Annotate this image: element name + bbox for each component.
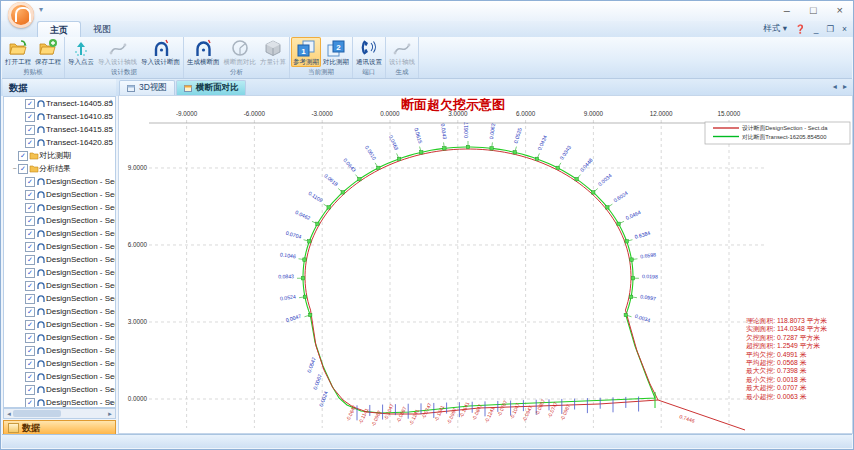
- tree-item-design[interactable]: ✓DesignSection - Sect: [4, 318, 115, 331]
- view-tab-3d-view[interactable]: 3D视图: [119, 80, 175, 96]
- open-project-icon: [8, 38, 28, 58]
- scroll-right-icon[interactable]: ►: [107, 411, 113, 417]
- tree-item-label: Transect-16410.85: [46, 112, 113, 121]
- tree-checkbox[interactable]: ✓: [25, 255, 35, 265]
- tree-checkbox[interactable]: ✓: [25, 125, 35, 135]
- tree-item-design[interactable]: ✓DesignSection - Sect: [4, 292, 115, 305]
- tree-item-design[interactable]: ✓DesignSection - Sect: [4, 266, 115, 279]
- ribbon-tab-1[interactable]: 主页: [37, 21, 81, 37]
- tunnel-section-button[interactable]: 生成横断面: [185, 37, 222, 67]
- plot-canvas[interactable]: -9.0000-6.0000-3.00000.00003.00006.00009…: [119, 96, 852, 433]
- floor-offset-label: -0.0647: [344, 404, 357, 422]
- tree-checkbox[interactable]: ✓: [25, 333, 35, 343]
- tab-scroll-arrows[interactable]: ◂ ▸: [833, 82, 849, 91]
- tree-checkbox[interactable]: ✓: [25, 190, 35, 200]
- tree-checkbox[interactable]: ✓: [25, 112, 35, 122]
- tree-checkbox[interactable]: ✓: [25, 372, 35, 382]
- tree-checkbox[interactable]: ✓: [25, 359, 35, 369]
- measured-point-marker: [630, 258, 633, 261]
- tree-checkbox[interactable]: ✓: [25, 229, 35, 239]
- phone-button[interactable]: 通讯设置: [354, 37, 384, 67]
- tree-scroll-up-icon[interactable]: ▲: [108, 98, 114, 104]
- tree-checkbox[interactable]: ✓: [25, 268, 35, 278]
- window-1-button[interactable]: 1参考测期: [291, 37, 321, 67]
- tree-checkbox[interactable]: ✓: [25, 320, 35, 330]
- import-point-cloud-icon: [71, 38, 91, 58]
- tree-item-design[interactable]: ✓DesignSection - Sect: [4, 175, 115, 188]
- ribbon-tab-2[interactable]: 视图: [81, 21, 123, 37]
- tree-checkbox[interactable]: ✓: [25, 99, 35, 109]
- tree-item-design[interactable]: ✓DesignSection - Sect: [4, 357, 115, 370]
- tree-item-design[interactable]: ✓DesignSection - Sect: [4, 240, 115, 253]
- tree-checkbox[interactable]: ✓: [25, 294, 35, 304]
- tree-item-design[interactable]: ✓DesignSection - Sect: [4, 214, 115, 227]
- perimeter-offset-label: 0.0610: [364, 144, 378, 161]
- ribbon-group-5: 通讯设置端口: [353, 37, 386, 78]
- perimeter-offset-label: 0.0343: [440, 123, 448, 140]
- tree-checkbox[interactable]: ✓: [18, 151, 28, 161]
- tree-checkbox[interactable]: ✓: [25, 281, 35, 291]
- mdi-restore-button[interactable]: ❐: [826, 24, 834, 34]
- compare-circle-icon: [230, 38, 250, 58]
- tree-expander-icon[interactable]: −: [11, 165, 18, 172]
- window-2-button[interactable]: 2对比测期: [321, 37, 351, 67]
- minimize-button[interactable]: –: [784, 4, 790, 16]
- tree-item-transect[interactable]: ✓Transect-16415.85: [4, 123, 115, 136]
- tree-item-design[interactable]: ✓DesignSection - Sect: [4, 396, 115, 408]
- floor-offset-label: -0.1047: [382, 403, 395, 421]
- maximize-button[interactable]: □: [810, 4, 817, 16]
- tree-item-transect[interactable]: ✓Transect-16410.85: [4, 110, 115, 123]
- tree-checkbox[interactable]: ✓: [25, 346, 35, 356]
- tree-checkbox[interactable]: ✓: [18, 164, 28, 174]
- y-axis-tick-label: 6.0000: [128, 241, 148, 248]
- tree-item-design[interactable]: ✓DesignSection - Sect: [4, 344, 115, 357]
- app-logo[interactable]: [8, 2, 34, 28]
- tree-item-design[interactable]: ✓DesignSection - Sect: [4, 383, 115, 396]
- tree-item-transect[interactable]: ✓Transect-16405.85: [4, 97, 115, 110]
- tree-horizontal-scrollbar[interactable]: ◄ ►: [3, 408, 116, 419]
- design-axis-button[interactable]: 设计轴线: [387, 37, 417, 67]
- tree-item-design[interactable]: ✓DesignSection - Sect: [4, 253, 115, 266]
- tree-item-design[interactable]: ✓DesignSection - Sect: [4, 305, 115, 318]
- open-project-button[interactable]: 打开工程: [3, 37, 33, 67]
- close-button[interactable]: ×: [837, 4, 843, 16]
- tree-checkbox[interactable]: ✓: [25, 307, 35, 317]
- tree-checkbox[interactable]: ✓: [25, 177, 35, 187]
- tree-item-label: DesignSection - Sect: [46, 190, 115, 199]
- tree-item-design[interactable]: ✓DesignSection - Sect: [4, 201, 115, 214]
- tree-checkbox[interactable]: ✓: [25, 242, 35, 252]
- tree-item-design[interactable]: ✓DesignSection - Sect: [4, 188, 115, 201]
- scroll-left-icon[interactable]: ◄: [6, 411, 12, 417]
- tree-item-design[interactable]: ✓DesignSection - Sect: [4, 279, 115, 292]
- tree-item-folder[interactable]: ✓对比测期: [4, 149, 115, 162]
- ribbon-group-2: 导入点云导入设计轴线导入设计断面设计数据: [65, 37, 184, 78]
- view-tab-section-compare[interactable]: 横断面对比: [176, 80, 247, 96]
- save-project-button[interactable]: 保存工程: [33, 37, 63, 67]
- tree-item-transect[interactable]: ✓Transect-16420.85: [4, 136, 115, 149]
- tree-item-design[interactable]: ✓DesignSection - Sect: [4, 331, 115, 344]
- tree-checkbox[interactable]: ✓: [25, 385, 35, 395]
- tree-item-folder[interactable]: −✓分析结果: [4, 162, 115, 175]
- design-axis-button[interactable]: 导入设计轴线: [96, 37, 139, 67]
- import-point-cloud-button[interactable]: 导入点云: [66, 37, 96, 67]
- measured-point-marker: [420, 151, 423, 154]
- scrollbar-thumb[interactable]: [13, 410, 61, 417]
- tree-checkbox[interactable]: ✓: [25, 138, 35, 148]
- tunnel-section-import-button[interactable]: 导入设计断面: [139, 37, 182, 67]
- tree-item-design[interactable]: ✓DesignSection - Sect: [4, 370, 115, 383]
- mdi-close-button[interactable]: ×: [842, 24, 847, 34]
- tree-checkbox[interactable]: ✓: [25, 398, 35, 408]
- help-icon[interactable]: ❓: [795, 24, 806, 34]
- quick-access-arrow-icon[interactable]: ▾: [39, 5, 43, 14]
- tree-checkbox[interactable]: ✓: [25, 216, 35, 226]
- excavation-stats-block: 理论面积: 118.8073 平方米实测面积: 114.0348 平方米欠挖面积…: [746, 317, 850, 401]
- tree-checkbox[interactable]: ✓: [25, 203, 35, 213]
- tree-scroll-down-icon[interactable]: ▼: [108, 400, 114, 406]
- mdi-minimize-button[interactable]: _: [814, 24, 819, 34]
- section-icon: [36, 177, 46, 186]
- style-dropdown[interactable]: 样式 ▾: [763, 23, 787, 35]
- tree-item-design[interactable]: ✓DesignSection - Sect: [4, 227, 115, 240]
- compare-circle-button[interactable]: 横断面对比: [222, 37, 259, 67]
- perimeter-offset-label: 0.0525: [513, 127, 523, 144]
- cube-button[interactable]: 方量计算: [258, 37, 288, 67]
